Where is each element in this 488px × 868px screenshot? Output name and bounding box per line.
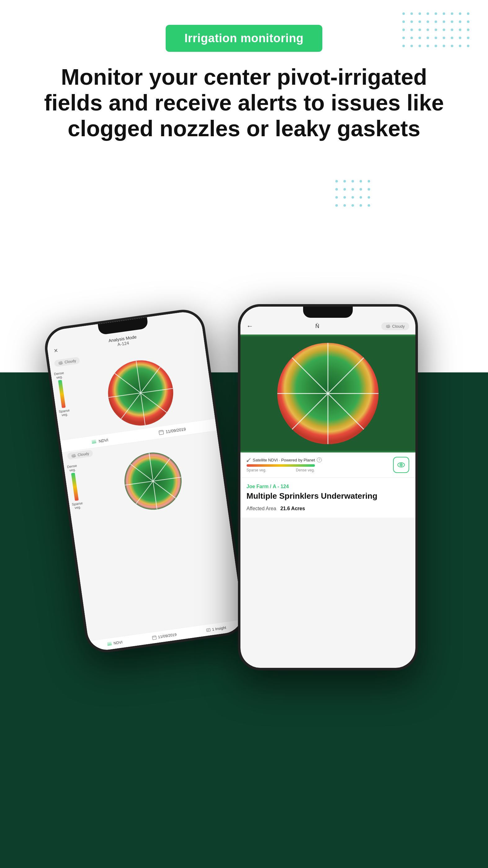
field-link[interactable]: A - 124 bbox=[273, 484, 289, 489]
dot bbox=[427, 29, 429, 31]
date-label-top: 11/09/2019 bbox=[159, 426, 186, 435]
svg-rect-27 bbox=[107, 642, 111, 643]
cloud-icon-bottom bbox=[71, 454, 76, 458]
svg-line-31 bbox=[152, 637, 156, 638]
dot bbox=[352, 180, 354, 183]
dot bbox=[467, 45, 469, 47]
dot bbox=[411, 21, 413, 23]
svg-line-33 bbox=[207, 630, 209, 630]
ndvi-strip-left: Satellite NDVI · Powered by Planet ? Spa… bbox=[247, 458, 322, 472]
ndvi-label-top: NDVI bbox=[91, 437, 108, 445]
dot bbox=[427, 21, 429, 23]
dot bbox=[467, 37, 469, 39]
dot bbox=[459, 45, 461, 47]
satellite-icon bbox=[247, 458, 251, 462]
insight-bar-item: 1 Insight bbox=[206, 625, 226, 632]
dot bbox=[344, 204, 346, 207]
dot bbox=[427, 45, 429, 47]
dot bbox=[344, 180, 346, 183]
dot bbox=[419, 37, 421, 39]
back-arrow[interactable]: ← bbox=[247, 322, 254, 330]
svg-line-15 bbox=[159, 431, 163, 432]
dot bbox=[467, 29, 469, 31]
alert-affected: Affected Area 21.6 Acres bbox=[247, 506, 409, 512]
dot bbox=[427, 12, 429, 15]
dot bbox=[402, 37, 405, 39]
svg-rect-10 bbox=[92, 441, 96, 442]
irrigation-badge: Irrigation monitoring bbox=[166, 25, 322, 52]
back-header-center: Analysis Mode A-124 bbox=[108, 334, 137, 348]
dot bbox=[435, 45, 437, 47]
alert-breadcrumb: Joe Farm / A - 124 bbox=[247, 484, 409, 489]
phone-back-screen: × Analysis Mode A-124 Cloudy bbox=[45, 310, 245, 652]
layers-icon-top bbox=[91, 438, 97, 445]
svg-rect-26 bbox=[107, 643, 112, 645]
dot bbox=[451, 45, 453, 47]
cloud-icon-front bbox=[386, 324, 391, 328]
eye-icon bbox=[397, 462, 405, 468]
legend-bar-top bbox=[58, 380, 65, 408]
dot bbox=[419, 29, 421, 31]
dot bbox=[411, 12, 413, 15]
dot bbox=[443, 21, 445, 23]
dot bbox=[402, 29, 405, 31]
phone-front-notch bbox=[303, 307, 353, 318]
dot bbox=[467, 21, 469, 23]
svg-rect-11 bbox=[92, 440, 96, 441]
dot bbox=[352, 196, 354, 198]
dot bbox=[335, 188, 338, 190]
dot bbox=[459, 21, 461, 23]
front-field-svg bbox=[240, 335, 415, 453]
dot bbox=[344, 196, 346, 198]
dot bbox=[443, 29, 445, 31]
svg-rect-12 bbox=[159, 430, 164, 435]
cloud-icon-top bbox=[58, 361, 63, 365]
bottom-bar: NDVI 11/09/2019 1 Insight bbox=[88, 619, 245, 652]
dot bbox=[368, 188, 370, 190]
hero-text: Monitor your center pivot-irrigated fiel… bbox=[0, 64, 488, 141]
ndvi-labels: Sparse veg. Dense veg. bbox=[247, 468, 315, 472]
dot bbox=[427, 37, 429, 39]
info-icon: ? bbox=[317, 458, 322, 462]
dot bbox=[459, 37, 461, 39]
cloudy-badge-front: Cloudy bbox=[381, 322, 409, 330]
eye-button[interactable] bbox=[393, 457, 409, 473]
svg-rect-9 bbox=[92, 442, 96, 444]
dot bbox=[411, 37, 413, 39]
svg-line-34 bbox=[207, 630, 208, 631]
ndvi-bar-item: NDVI bbox=[107, 640, 123, 647]
ndvi-strip-title: Satellite NDVI · Powered by Planet ? bbox=[247, 458, 322, 462]
compass-label: N̂ bbox=[315, 323, 319, 330]
dot bbox=[443, 12, 445, 15]
dot bbox=[435, 37, 437, 39]
dot-grid-top-right bbox=[402, 12, 469, 47]
dot bbox=[411, 45, 413, 47]
dot bbox=[411, 29, 413, 31]
dot bbox=[443, 37, 445, 39]
dot bbox=[352, 188, 354, 190]
svg-rect-28 bbox=[152, 636, 156, 640]
dot bbox=[435, 29, 437, 31]
alert-title: Multiple Sprinklers Underwatering bbox=[247, 491, 409, 501]
dot bbox=[335, 196, 338, 198]
dot bbox=[335, 180, 338, 183]
dot bbox=[402, 12, 405, 15]
calendar-icon-top bbox=[159, 430, 164, 435]
dot bbox=[335, 204, 338, 207]
dot bbox=[443, 45, 445, 47]
dot-grid-mid bbox=[335, 180, 370, 207]
dot bbox=[451, 12, 453, 15]
dot bbox=[368, 196, 370, 198]
phone-front: ← N̂ Cloudy bbox=[238, 304, 418, 670]
close-button[interactable]: × bbox=[53, 346, 58, 355]
ndvi-gradient-bar bbox=[247, 464, 315, 467]
dot bbox=[459, 12, 461, 15]
dot bbox=[402, 45, 405, 47]
dot bbox=[419, 45, 421, 47]
svg-line-45 bbox=[247, 458, 250, 462]
svg-point-37 bbox=[388, 324, 390, 327]
dot bbox=[451, 37, 453, 39]
dot bbox=[451, 21, 453, 23]
legend-bar-bottom bbox=[71, 473, 78, 501]
dot bbox=[368, 180, 370, 183]
